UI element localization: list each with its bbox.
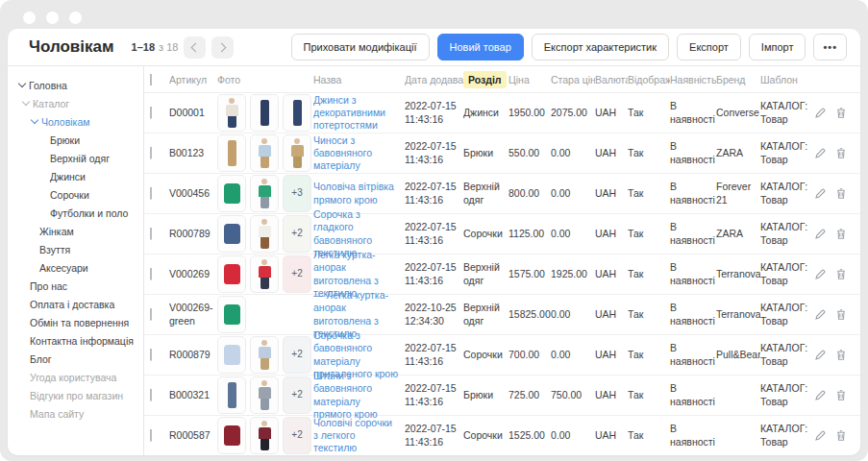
template-cell: КАТАЛОГ: Товар — [760, 302, 814, 327]
product-link[interactable]: Чиноси з бавовняного матеріалу — [313, 134, 372, 171]
template-cell: КАТАЛОГ: Товар — [760, 181, 814, 206]
product-link[interactable]: Чоловіча вітрівка прямого крою — [313, 181, 394, 205]
chevron-down-icon — [22, 98, 30, 106]
sidebar-item-верхній-одяг[interactable]: Верхній одяг — [8, 149, 143, 167]
row-checkbox[interactable] — [150, 187, 152, 200]
sidebar-item-контактна-інформація[interactable]: Контактна інформація — [8, 331, 143, 350]
row-checkbox[interactable] — [150, 349, 152, 361]
row-checkbox[interactable] — [150, 268, 152, 280]
name-cell: Чоловіча вітрівка прямого крою — [313, 181, 405, 206]
delete-button[interactable] — [835, 268, 847, 281]
row-checkbox[interactable] — [150, 228, 152, 240]
sku-cell: D00001 — [169, 107, 217, 119]
product-link[interactable]: Джинси з декоративними потертостями — [313, 94, 385, 131]
name-cell: Штани з бавовняного матеріалу прямого кр… — [313, 370, 405, 421]
delete-button[interactable] — [835, 308, 847, 322]
edit-button[interactable] — [814, 228, 827, 241]
sidebar-item-взуття[interactable]: Взуття — [8, 240, 143, 258]
window-controls — [23, 12, 82, 24]
currency-cell: UAH — [595, 228, 628, 240]
name-cell: Чоловічі сорочки з легкого текстилю — [313, 417, 405, 454]
sidebar-item-футболки-и-поло[interactable]: Футболки и поло — [8, 204, 143, 222]
sidebar-item-чоловікам[interactable]: Чоловікам — [8, 112, 143, 131]
photos-cell: +2 — [217, 336, 313, 374]
brand-cell: Terranova — [716, 268, 760, 280]
product-link[interactable]: Штани з бавовняного матеріалу прямого кр… — [313, 370, 378, 419]
table-row: B00123Чиноси з бавовняного матеріалу2022… — [144, 133, 860, 174]
edit-button[interactable] — [814, 429, 827, 443]
table-row: D00001Джинси з декоративними потертостям… — [144, 93, 860, 133]
availability-cell: В наявності — [670, 261, 716, 286]
sidebar-item-блог[interactable]: Блог — [8, 350, 143, 368]
chevron-left-icon — [191, 42, 201, 52]
sidebar-item-відгуки-про-магазин[interactable]: Відгуки про магазин — [8, 386, 143, 404]
sidebar-item-жінкам[interactable]: Жінкам — [8, 222, 143, 240]
delete-button[interactable] — [835, 228, 847, 241]
photos-cell: +2 — [217, 215, 313, 253]
edit-button[interactable] — [814, 107, 827, 120]
row-checkbox[interactable] — [150, 429, 152, 442]
sidebar-item-про-нас[interactable]: Про нас — [8, 277, 143, 295]
export-button[interactable]: Експорт — [677, 34, 741, 61]
old-price-cell: 0.00 — [551, 349, 595, 361]
more-photos-badge: +3 — [283, 175, 311, 212]
export-characteristics-button[interactable]: Експорт характеристик — [532, 34, 669, 61]
date-added-cell: 2022-07-1511:43:16 — [405, 181, 463, 206]
more-count-label: +2 — [291, 429, 302, 442]
products-table: АртикулФотоНазваДата додаванняРозділЦіна… — [144, 66, 860, 455]
sidebar-item-мапа-сайту[interactable]: Мапа сайту — [8, 404, 143, 423]
date-value: 2022-07-15 — [405, 382, 458, 395]
name-cell: Джинси з декоративними потертостями — [313, 94, 405, 132]
delete-button[interactable] — [835, 349, 847, 362]
edit-button[interactable] — [814, 349, 827, 362]
row-checkbox[interactable] — [150, 389, 152, 401]
row-checkbox[interactable] — [150, 147, 152, 159]
select-all-checkbox[interactable] — [150, 74, 152, 85]
product-link[interactable]: Чоловічі сорочки з легкого текстилю — [313, 417, 392, 453]
sidebar-item-обмін-та-повернення[interactable]: Обмін та повернення — [8, 313, 143, 331]
sidebar-item-сорочки[interactable]: Сорочки — [8, 185, 143, 204]
import-button[interactable]: Імпорт — [749, 34, 806, 61]
hide-modifications-button[interactable]: Приховати модифікації — [291, 34, 430, 61]
row-select-cell — [144, 389, 169, 401]
product-photo — [250, 336, 279, 374]
chevron-down-icon — [18, 80, 26, 87]
edit-button[interactable] — [814, 389, 827, 402]
product-photo — [217, 336, 246, 374]
delete-button[interactable] — [835, 107, 847, 120]
pagination-next-button[interactable] — [211, 36, 234, 59]
availability-cell: В наявності — [670, 100, 716, 125]
brand-cell: Converse — [716, 107, 760, 119]
sidebar-item-аксесуари[interactable]: Аксесуари — [8, 258, 143, 277]
row-actions — [814, 228, 849, 241]
edit-button[interactable] — [814, 308, 827, 322]
sidebar-item-угода-користувача[interactable]: Угода користувача — [8, 368, 143, 386]
row-checkbox[interactable] — [150, 308, 152, 321]
sidebar-item-label: Блог — [30, 353, 52, 365]
row-actions — [814, 349, 849, 362]
time-value: 11:43:16 — [405, 355, 458, 368]
edit-button[interactable] — [814, 268, 827, 281]
delete-button[interactable] — [835, 147, 847, 160]
availability-cell: В наявності — [670, 221, 716, 246]
pagination-prev-button[interactable] — [184, 36, 206, 59]
old-price-cell: 0.00 — [551, 228, 595, 240]
delete-button[interactable] — [835, 389, 847, 402]
availability-cell: В наявності — [670, 382, 716, 407]
delete-button[interactable] — [835, 187, 847, 201]
sidebar-item-каталог[interactable]: Каталог — [8, 94, 143, 112]
more-count-label: +2 — [291, 228, 302, 240]
edit-button[interactable] — [814, 147, 827, 160]
sidebar-item-головна[interactable]: Головна — [8, 76, 143, 94]
sidebar-item-оплата-і-доставка[interactable]: Оплата і доставка — [8, 295, 143, 313]
sidebar-item-брюки[interactable]: Брюки — [8, 131, 143, 149]
sidebar-item-джинси[interactable]: Джинси — [8, 167, 143, 185]
edit-button[interactable] — [814, 187, 827, 201]
date-added-cell: 2022-07-1511:43:16 — [405, 100, 463, 125]
delete-button[interactable] — [835, 429, 847, 443]
new-product-button[interactable]: Новий товар — [437, 34, 524, 61]
photos-cell — [217, 94, 313, 132]
more-actions-button[interactable]: ••• — [813, 34, 847, 61]
more-count-label: +3 — [291, 187, 302, 200]
row-checkbox[interactable] — [150, 107, 152, 119]
